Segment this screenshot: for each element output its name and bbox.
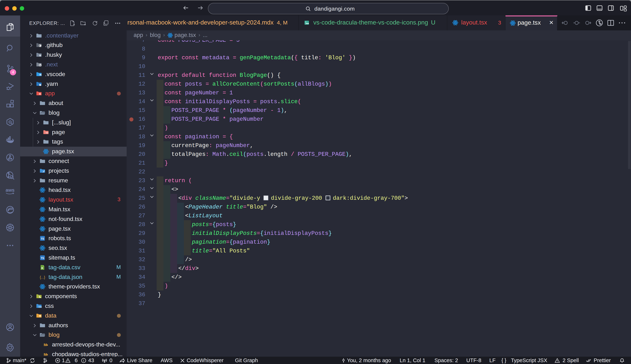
svg-text:TS: TS [41, 257, 44, 260]
svg-text:{..}: {..} [40, 276, 45, 280]
svg-text:M: M [44, 352, 47, 356]
svg-text:M: M [44, 343, 47, 347]
svg-text:<>: <> [46, 132, 49, 134]
svg-text:css: css [39, 306, 42, 308]
svg-text:TS: TS [41, 237, 44, 240]
